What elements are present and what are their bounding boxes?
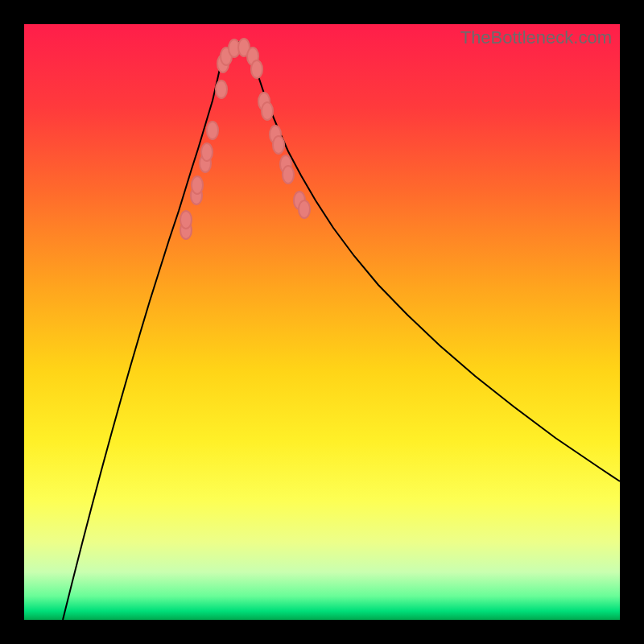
watermark-text: TheBottleneck.com — [460, 27, 612, 48]
data-points — [180, 39, 310, 239]
data-point — [262, 102, 273, 120]
curve-right-branch — [251, 56, 620, 481]
outer-frame: TheBottleneck.com — [0, 0, 644, 644]
data-point — [207, 122, 218, 139]
data-point — [180, 211, 192, 229]
data-point — [192, 176, 203, 194]
data-point — [273, 136, 284, 154]
plot-area: TheBottleneck.com — [24, 24, 620, 620]
data-point — [251, 60, 262, 78]
chart-svg — [24, 24, 620, 620]
curve-left-branch — [63, 59, 222, 620]
data-point — [201, 143, 213, 161]
data-point — [283, 166, 294, 184]
data-point — [299, 200, 310, 218]
data-point — [216, 80, 227, 98]
